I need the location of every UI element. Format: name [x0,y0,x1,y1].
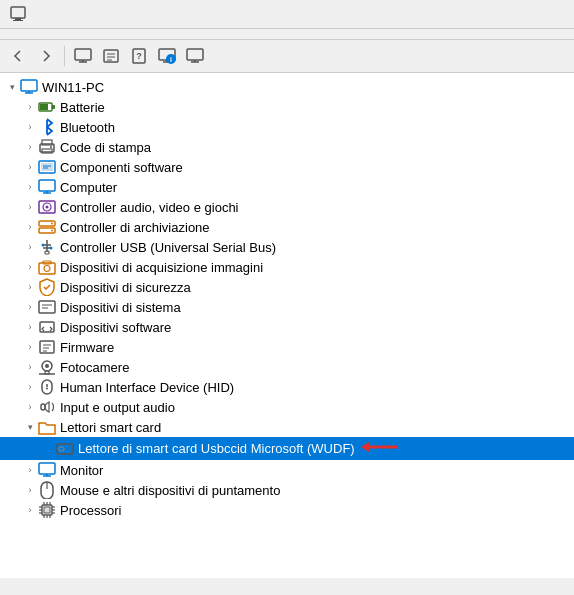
icon-dispositivi_sis [38,298,56,316]
tree-item-win11pc[interactable]: WIN11-PC [0,77,574,97]
chevron-dispositivi_sis[interactable] [22,299,38,315]
svg-point-64 [46,388,48,390]
label-input_audio: Input e output audio [60,400,175,415]
chevron-input_audio[interactable] [22,399,38,415]
toolbar-properties[interactable]: i [155,44,179,68]
tree-item-batterie[interactable]: Batterie [0,97,574,117]
svg-text:i: i [170,56,172,63]
svg-rect-75 [44,507,50,513]
tree-item-controller_arch[interactable]: Controller di archiviazione [0,217,574,237]
tree-item-controller_audio[interactable]: Controller audio, video e giochi [0,197,574,217]
tree-item-codestampa[interactable]: Code di stampa [0,137,574,157]
label-dispositivi_soft: Dispositivi software [60,320,171,335]
tree-item-dispositivi_sis[interactable]: Dispositivi di sistema [0,297,574,317]
label-controller_usb: Controller USB (Universal Serial Bus) [60,240,276,255]
chevron-componenti[interactable] [22,159,38,175]
chevron-firmware[interactable] [22,339,38,355]
svg-point-59 [45,364,49,368]
label-lettore_usbccid: Lettore di smart card Usbccid Microsoft … [78,441,355,456]
tree-item-fotocamere[interactable]: Fotocamere [0,357,574,377]
icon-win11pc [20,78,38,96]
chevron-processori[interactable] [22,502,38,518]
label-batterie: Batterie [60,100,105,115]
chevron-mouse[interactable] [22,482,38,498]
tree-item-input_audio[interactable]: Input e output audio [0,397,574,417]
chevron-win11pc[interactable] [4,79,20,95]
label-lettori_smart: Lettori smart card [60,420,161,435]
label-processori: Processori [60,503,121,518]
icon-lettore_usbccid [56,440,74,458]
tree-item-dispositivi_soft[interactable]: Dispositivi software [0,317,574,337]
label-dispositivi_sis: Dispositivi di sistema [60,300,181,315]
chevron-fotocamere[interactable] [22,359,38,375]
icon-firmware [38,338,56,356]
tree-item-monitor[interactable]: Monitor [0,460,574,480]
svg-point-43 [51,230,53,232]
icon-controller_usb [38,238,56,256]
label-dispositivi_sic: Dispositivi di sicurezza [60,280,191,295]
label-componenti: Componenti software [60,160,183,175]
toolbar-computer[interactable] [71,44,95,68]
menu-bar [0,29,574,40]
toolbar-help[interactable]: ? [127,44,151,68]
tree-item-lettore_usbccid[interactable]: Lettore di smart card Usbccid Microsoft … [0,437,574,460]
svg-rect-47 [39,263,55,274]
chevron-dispositivi_acq[interactable] [22,259,38,275]
tree-item-lettori_smart[interactable]: Lettori smart card [0,417,574,437]
icon-dispositivi_acq [38,258,56,276]
label-dispositivi_acq: Dispositivi di acquisizione immagini [60,260,263,275]
chevron-batterie[interactable] [22,99,38,115]
chevron-controller_arch[interactable] [22,219,38,235]
tree-item-dispositivi_acq[interactable]: Dispositivi di acquisizione immagini [0,257,574,277]
svg-rect-34 [39,180,55,191]
tree-item-mouse[interactable]: Mouse e altri dispositivi di puntamento [0,480,574,500]
toolbar-back[interactable] [6,44,30,68]
svg-rect-31 [41,163,53,171]
chevron-dispositivi_soft[interactable] [22,319,38,335]
label-hid: Human Interface Device (HID) [60,380,234,395]
tree-item-processori[interactable]: Processori [0,500,574,520]
chevron-bluetooth[interactable] [22,119,38,135]
tree-item-bluetooth[interactable]: Bluetooth [0,117,574,137]
chevron-computer[interactable] [22,179,38,195]
icon-processori [38,501,56,519]
label-mouse: Mouse e altri dispositivi di puntamento [60,483,280,498]
device-tree: WIN11-PCBatterieBluetoothCode di stampaC… [0,73,574,578]
tree-item-controller_usb[interactable]: Controller USB (Universal Serial Bus) [0,237,574,257]
toolbar-list[interactable] [99,44,123,68]
svg-point-42 [51,223,53,225]
chevron-controller_audio[interactable] [22,199,38,215]
menu-azione[interactable] [22,31,38,37]
svg-rect-53 [40,322,54,332]
icon-hid [38,378,56,396]
chevron-hid[interactable] [22,379,38,395]
icon-computer [38,178,56,196]
chevron-codestampa[interactable] [22,139,38,155]
icon-componenti [38,158,56,176]
toolbar-monitor[interactable] [183,44,207,68]
tree-item-firmware[interactable]: Firmware [0,337,574,357]
chevron-lettori_smart[interactable] [22,419,38,435]
arrow-indicator [361,438,401,459]
tree-item-hid[interactable]: Human Interface Device (HID) [0,377,574,397]
svg-rect-70 [39,463,55,474]
tree-item-computer[interactable]: Computer [0,177,574,197]
chevron-lettore_usbccid[interactable] [40,441,56,457]
svg-rect-46 [45,251,49,254]
icon-monitor [38,461,56,479]
label-fotocamere: Fotocamere [60,360,129,375]
chevron-controller_usb[interactable] [22,239,38,255]
menu-visualizza[interactable] [40,31,56,37]
svg-point-44 [42,244,45,247]
tree-item-componenti[interactable]: Componenti software [0,157,574,177]
svg-rect-2 [13,20,23,21]
chevron-monitor[interactable] [22,462,38,478]
label-computer: Computer [60,180,117,195]
chevron-dispositivi_sic[interactable] [22,279,38,295]
title-bar [0,0,574,29]
toolbar-forward[interactable] [34,44,58,68]
menu-help[interactable] [58,31,74,37]
label-controller_audio: Controller audio, video e giochi [60,200,239,215]
tree-item-dispositivi_sic[interactable]: Dispositivi di sicurezza [0,277,574,297]
menu-file[interactable] [4,31,20,37]
